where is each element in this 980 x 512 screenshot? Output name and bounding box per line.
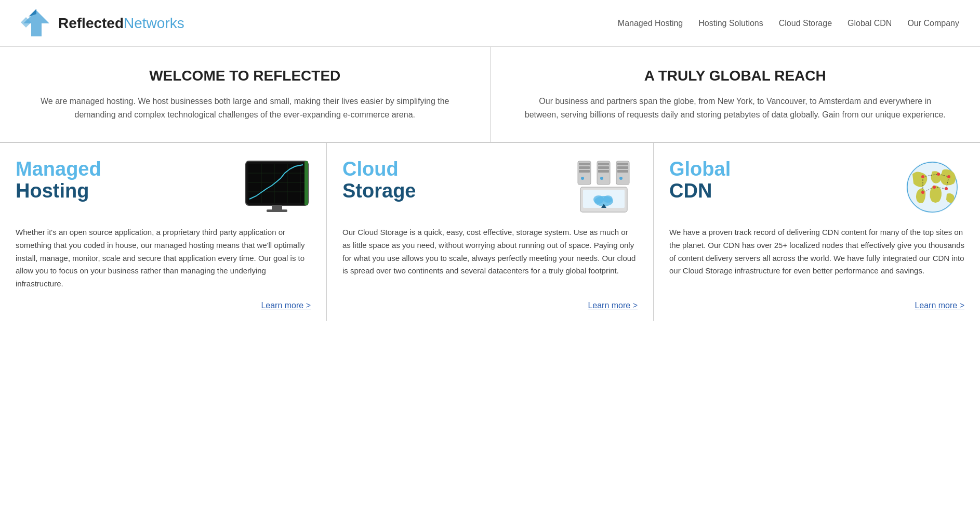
managed-hosting-title: Managed Hosting: [16, 159, 101, 202]
svg-point-29: [619, 177, 623, 180]
welcome-section: WELCOME TO REFLECTED We are managed host…: [0, 47, 980, 142]
cloud-storage-title: Cloud Storage: [342, 159, 416, 202]
welcome-body: We are managed hosting. We host business…: [31, 95, 459, 121]
global-cdn-body: We have a proven track record of deliver…: [669, 226, 964, 291]
svg-rect-22: [598, 166, 609, 169]
managed-hosting-body: Whether it's an open source application,…: [16, 226, 311, 291]
svg-rect-12: [304, 161, 308, 205]
svg-point-33: [593, 195, 604, 204]
managed-hosting-footer: Learn more >: [16, 301, 311, 310]
card-header-cloud: Cloud Storage: [342, 159, 638, 216]
svg-point-24: [600, 177, 603, 180]
logo-area: ReflectedNetworks: [21, 8, 184, 39]
card-header-cdn: Global CDN: [669, 159, 964, 216]
svg-point-34: [603, 195, 613, 203]
managed-hosting-card: Managed Hosting: [0, 143, 327, 321]
svg-rect-26: [617, 163, 628, 165]
cards-section: Managed Hosting: [0, 142, 980, 321]
nav-our-company[interactable]: Our Company: [907, 19, 959, 28]
nav-cloud-storage[interactable]: Cloud Storage: [779, 19, 832, 28]
global-reach-body: Our business and partners span the globe…: [522, 95, 949, 121]
welcome-left: WELCOME TO REFLECTED We are managed host…: [0, 47, 491, 142]
managed-hosting-icon: [243, 159, 311, 216]
main-nav: Managed Hosting Hosting Solutions Cloud …: [618, 19, 959, 28]
svg-rect-17: [579, 166, 590, 169]
global-cdn-title: Global CDN: [669, 159, 731, 202]
global-reach-title: A TRULY GLOBAL REACH: [522, 68, 949, 84]
welcome-title: WELCOME TO REFLECTED: [31, 68, 459, 84]
nav-hosting-solutions[interactable]: Hosting Solutions: [698, 19, 763, 28]
svg-point-48: [933, 186, 936, 189]
svg-point-46: [947, 175, 950, 178]
global-cdn-icon: [897, 159, 964, 216]
svg-point-45: [937, 173, 940, 176]
global-reach-section: A TRULY GLOBAL REACH Our business and pa…: [491, 47, 981, 142]
global-cdn-learn-more[interactable]: Learn more >: [915, 301, 964, 310]
svg-rect-27: [617, 166, 628, 169]
svg-point-47: [921, 191, 924, 194]
global-cdn-card: Global CDN: [654, 143, 980, 321]
cloud-storage-footer: Learn more >: [342, 301, 638, 310]
managed-hosting-learn-more[interactable]: Learn more >: [261, 301, 311, 310]
nav-global-cdn[interactable]: Global CDN: [847, 19, 892, 28]
logo-icon: [21, 8, 52, 39]
cloud-storage-learn-more[interactable]: Learn more >: [588, 301, 638, 310]
global-cdn-footer: Learn more >: [669, 301, 964, 310]
nav-managed-hosting[interactable]: Managed Hosting: [618, 19, 683, 28]
svg-rect-18: [579, 170, 590, 173]
logo-bold: Reflected: [58, 15, 124, 31]
svg-rect-21: [598, 163, 609, 165]
svg-rect-4: [248, 164, 306, 203]
card-header-managed: Managed Hosting: [16, 159, 311, 216]
logo-text: ReflectedNetworks: [58, 16, 184, 31]
svg-rect-16: [579, 163, 590, 165]
svg-point-44: [921, 175, 924, 178]
svg-rect-14: [267, 209, 287, 212]
svg-rect-13: [272, 205, 282, 209]
svg-rect-28: [617, 170, 628, 173]
cloud-storage-icon: [570, 159, 638, 216]
logo-light: Networks: [124, 15, 184, 31]
cloud-storage-body: Our Cloud Storage is a quick, easy, cost…: [342, 226, 638, 291]
svg-rect-23: [598, 170, 609, 173]
svg-point-19: [581, 177, 584, 180]
cloud-storage-card: Cloud Storage: [327, 143, 654, 321]
svg-point-49: [945, 187, 948, 190]
